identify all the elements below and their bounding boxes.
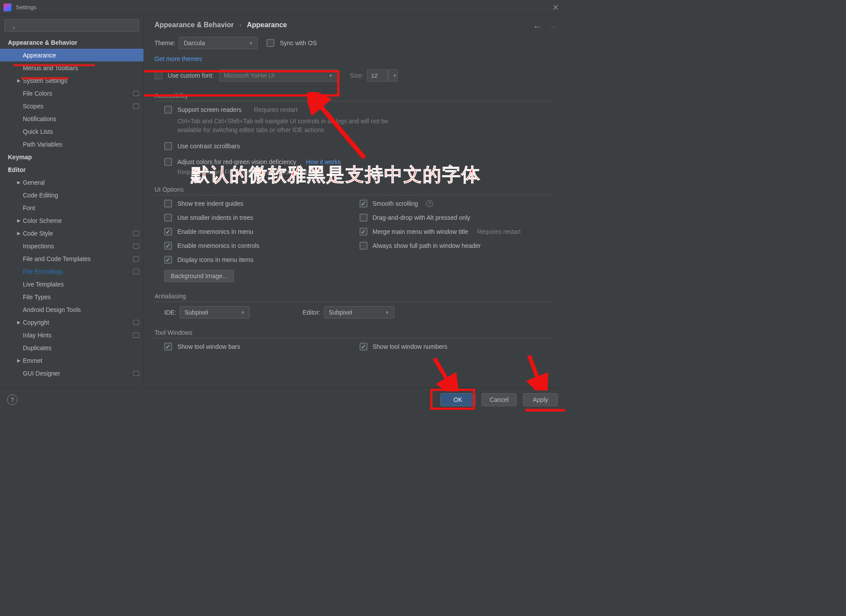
sidebar-item-label: Quick Lists: [23, 128, 139, 135]
sidebar-item-label: Android Design Tools: [23, 306, 139, 313]
sidebar-item[interactable]: Inspections: [0, 240, 144, 252]
ok-button[interactable]: OK: [440, 393, 475, 406]
sidebar-item-label: Color Scheme: [23, 217, 139, 224]
sidebar-item[interactable]: ▶General: [0, 176, 144, 189]
sidebar-item[interactable]: Live Templates: [0, 278, 144, 290]
aa-ide-select[interactable]: Subpixel▼: [180, 306, 250, 319]
tw-bars-checkbox[interactable]: [164, 343, 172, 351]
sidebar-item[interactable]: Duplicates: [0, 341, 144, 354]
screen-readers-checkbox[interactable]: [164, 106, 172, 114]
screen-readers-label: Support screen readers: [177, 106, 241, 113]
merge-menu-checkbox[interactable]: [360, 228, 367, 236]
background-image-button[interactable]: Background Image...: [164, 270, 234, 282]
sidebar-item[interactable]: ▶Color Scheme: [0, 214, 144, 227]
sidebar-item-label: Inspections: [23, 243, 130, 250]
sidebar-item[interactable]: Notifications: [0, 112, 144, 125]
sidebar-item-label: Keymap: [8, 154, 139, 161]
how-it-works-link[interactable]: How it works: [306, 158, 341, 165]
nav-back-icon[interactable]: ←: [533, 21, 542, 32]
dialog-footer: ? OK Cancel Apply: [0, 387, 565, 412]
search-icon: [4, 19, 139, 32]
project-scope-icon: [133, 91, 139, 96]
drag-drop-checkbox[interactable]: [360, 214, 367, 222]
font-size-stepper[interactable]: ▼: [388, 69, 398, 82]
chevron-down-icon: ▼: [392, 73, 397, 78]
aa-editor-label: Editor:: [302, 309, 320, 316]
sidebar-item[interactable]: Path Variables: [0, 138, 144, 150]
close-icon[interactable]: ✕: [550, 3, 562, 12]
cancel-button[interactable]: Cancel: [482, 393, 517, 406]
sidebar-item[interactable]: File Colors: [0, 87, 144, 100]
sidebar-item-label: File and Code Templates: [23, 255, 130, 262]
sidebar-item-label: Appearance: [23, 52, 139, 59]
aa-ide-label: IDE:: [164, 309, 176, 316]
annotation-underline: [21, 77, 68, 79]
sidebar-item[interactable]: Inlay Hints: [0, 329, 144, 341]
sidebar-item[interactable]: File and Code Templates: [0, 252, 144, 265]
sidebar-item-label: Notifications: [23, 115, 139, 122]
window-title: Settings: [16, 4, 550, 11]
sidebar-item[interactable]: File Types: [0, 290, 144, 303]
aa-editor-select[interactable]: Subpixel▼: [324, 306, 394, 319]
project-scope-icon: [133, 269, 139, 274]
full-path-checkbox[interactable]: [360, 242, 367, 250]
sidebar-item[interactable]: Menus and Toolbars: [0, 61, 144, 74]
get-themes-link[interactable]: Get more themes: [155, 55, 202, 62]
use-custom-font-checkbox[interactable]: [155, 72, 162, 79]
project-scope-icon: [133, 231, 139, 236]
mnemonics-controls-checkbox[interactable]: [164, 242, 172, 250]
theme-select[interactable]: Darcula▼: [179, 37, 258, 49]
breadcrumb: Appearance & Behavior › Appearance: [155, 21, 554, 29]
sidebar-item-label: General: [23, 179, 139, 186]
tw-numbers-checkbox[interactable]: [360, 343, 367, 351]
help-button[interactable]: ?: [7, 394, 18, 405]
sidebar-item[interactable]: ▶Emmet: [0, 354, 144, 367]
apply-button[interactable]: Apply: [523, 393, 558, 406]
breadcrumb-parent[interactable]: Appearance & Behavior: [155, 21, 234, 29]
project-scope-icon: [133, 320, 139, 325]
custom-font-select[interactable]: Microsoft YaHei UI▼: [219, 69, 338, 82]
sidebar-item[interactable]: Quick Lists: [0, 125, 144, 138]
chevron-down-icon: ▼: [241, 310, 245, 315]
sidebar-item[interactable]: ▼Appearance & Behavior: [0, 36, 144, 49]
section-ui-options: UI Options: [155, 186, 554, 195]
sidebar-item[interactable]: Code Editing: [0, 189, 144, 201]
sidebar-item[interactable]: Keymap: [0, 150, 144, 163]
sidebar-item-label: File Colors: [23, 90, 130, 97]
screen-readers-hint: Ctrl+Tab and Ctrl+Shift+Tab will navigat…: [177, 117, 388, 134]
sidebar-item[interactable]: Appearance: [0, 49, 144, 61]
sidebar-item[interactable]: Font: [0, 201, 144, 214]
settings-search-input[interactable]: [4, 19, 139, 32]
font-size-input[interactable]: [367, 69, 388, 82]
help-icon[interactable]: ?: [426, 200, 433, 207]
nav-forward-icon: →: [547, 21, 557, 32]
section-accessibility: Accessibility: [155, 92, 554, 101]
sidebar-item[interactable]: ▶System Settings: [0, 74, 144, 87]
sync-os-checkbox[interactable]: [266, 39, 274, 47]
sidebar-item-label: Editor: [8, 166, 139, 173]
settings-content: ← → Appearance & Behavior › Appearance T…: [144, 15, 565, 387]
sidebar-item-label: Emmet: [23, 357, 139, 364]
font-size-label: Size:: [350, 72, 364, 79]
titlebar: Settings ✕: [0, 0, 565, 15]
contrast-scrollbars-checkbox[interactable]: [164, 142, 172, 150]
mnemonics-menu-checkbox[interactable]: [164, 228, 172, 236]
display-icons-checkbox[interactable]: [164, 256, 172, 264]
tree-indent-checkbox[interactable]: [164, 200, 172, 208]
section-tool-windows: Tool Windows: [155, 329, 554, 338]
chevron-right-icon: ▶: [15, 320, 23, 325]
sidebar-item-label: Appearance & Behavior: [8, 39, 139, 46]
sidebar-item[interactable]: ▼Editor: [0, 163, 144, 176]
sidebar-item[interactable]: ▶Copyright: [0, 316, 144, 329]
adjust-colors-checkbox[interactable]: [164, 158, 172, 166]
smaller-indents-checkbox[interactable]: [164, 214, 172, 222]
sidebar-item[interactable]: Scopes: [0, 100, 144, 112]
sidebar-item[interactable]: File Encodings: [0, 265, 144, 278]
sidebar-item[interactable]: GUI Designer: [0, 367, 144, 380]
theme-label: Theme:: [155, 39, 175, 47]
sidebar-item[interactable]: Android Design Tools: [0, 303, 144, 316]
sidebar-item[interactable]: ▶Code Style: [0, 227, 144, 240]
sidebar-item-label: File Types: [23, 294, 139, 301]
chevron-down-icon: ▼: [249, 41, 253, 46]
smooth-scrolling-checkbox[interactable]: [360, 200, 367, 208]
